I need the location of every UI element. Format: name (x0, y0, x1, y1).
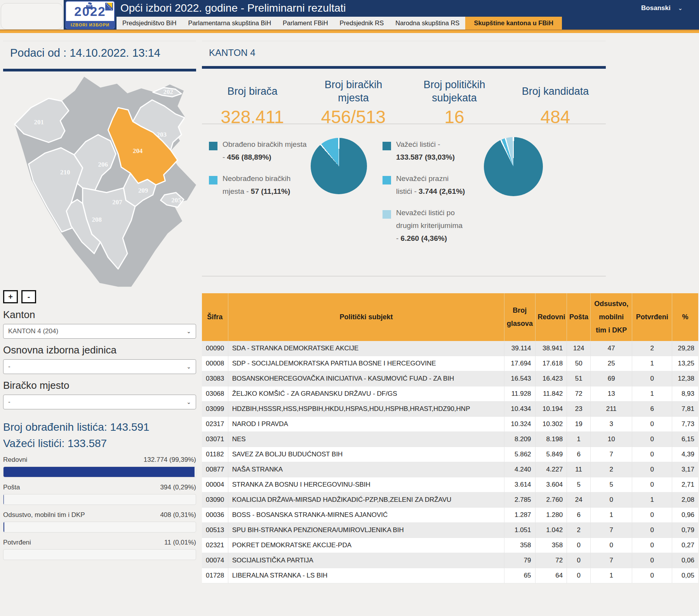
table-row-4: 03099HDZBIH,HSSSR,HSS,HSPBIH,HKDU,HSPAS,… (202, 401, 698, 416)
cell-13-7: 0,27 (672, 538, 698, 553)
tab-0[interactable]: Predsjedništvo BiH (116, 17, 182, 30)
bar-label: Pošta (3, 484, 20, 491)
cell-3-2: 11.928 (504, 386, 535, 401)
table-row-14: 00074SOCIJALISTIČKA PARTIJA79720700,06 (202, 553, 698, 568)
cell-12-0: 00513 (202, 522, 228, 538)
chevron-down-icon: ⌄ (186, 399, 191, 405)
filter-label-0: Kanton (3, 309, 196, 321)
tab-3[interactable]: Predsjednik RS (334, 17, 390, 30)
cell-2-3: 16.423 (535, 371, 567, 386)
map-label-209: 209 (138, 187, 148, 194)
map-zoom-in-button[interactable]: + (3, 290, 18, 303)
table-row-2: 03083BOSANSKOHERCEGOVAČKA INICIJATIVA - … (202, 371, 698, 386)
cell-0-7: 29,28 (672, 341, 698, 356)
cell-8-1: NAŠA STRANKA (228, 462, 504, 477)
cell-3-4: 72 (567, 386, 591, 401)
language-label: Bosanski (641, 4, 671, 12)
cell-11-1: BOSS - BOSANSKA STRANKA-MIRNES AJANOVIĆ (228, 507, 504, 522)
legend-text: Nevažeći listići po drugim kriterijumima… (396, 206, 466, 245)
table-row-9: 00004STRANKA ZA BOSNU I HERCEGOVINU-SBIH… (202, 477, 698, 492)
legend-text: Nevažeći prazni listići - 3.744 (2,61%) (396, 172, 466, 198)
legend-value: 456 (88,89%) (227, 153, 271, 161)
cell-4-4: 23 (567, 401, 591, 416)
cell-4-1: HDZBIH,HSSSR,HSS,HSPBIH,HKDU,HSPAS,HDU,H… (228, 401, 504, 416)
bar-fill (3, 494, 4, 505)
bih-flag-icon (105, 3, 113, 10)
legend-item-1-2: Nevažeći listići po drugim kriterijumima… (383, 206, 466, 245)
cell-7-7: 4,39 (672, 447, 698, 462)
cell-4-0: 03099 (202, 401, 228, 416)
cell-6-0: 03071 (202, 432, 228, 447)
cell-0-6: 2 (632, 341, 672, 356)
map-zoom-out-button[interactable]: - (21, 290, 36, 303)
cell-7-5: 7 (591, 447, 632, 462)
tab-2[interactable]: Parlament FBiH (277, 17, 334, 30)
bar-row-3: Potvrđeni11 (0,01%) (3, 539, 196, 560)
cell-7-4: 6 (567, 447, 591, 462)
stat-value: 484 (541, 106, 570, 127)
cell-15-2: 65 (504, 568, 535, 583)
tab-4[interactable]: Narodna skupština RS (389, 17, 465, 30)
filter-select-2[interactable]: -⌄ (3, 395, 196, 409)
language-selector[interactable]: Bosanski ⌄ (641, 4, 683, 12)
cell-15-5: 1 (591, 568, 632, 583)
cell-15-0: 01728 (202, 568, 228, 583)
cell-3-1: ŽELJKO KOMŠIĆ - ZA GRAĐANSKU DRŽAVU - DF… (228, 386, 504, 401)
tab-1[interactable]: Parlamentarna skupština BiH (182, 17, 277, 30)
cell-1-3: 17.618 (535, 356, 567, 371)
cell-2-7: 12,38 (672, 371, 698, 386)
orange-divider (0, 30, 699, 33)
filter-select-0[interactable]: KANTON 4 (204)⌄ (3, 324, 196, 339)
cell-8-4: 11 (567, 462, 591, 477)
bar-track (3, 466, 196, 477)
bar-label: Redovni (3, 456, 27, 464)
stat-value: 328.411 (221, 106, 284, 127)
cell-11-0: 00036 (202, 507, 228, 522)
pie2-ballot-validity (484, 137, 543, 196)
cell-14-4: 0 (567, 553, 591, 568)
bar-label: Potvrđeni (3, 539, 31, 546)
stat-3: Broj kandidata484 (505, 74, 606, 124)
summary-line-0: Broj obrađenih listića: 143.591 (3, 421, 196, 433)
cell-9-3: 3.604 (535, 477, 567, 492)
bar-track (3, 522, 196, 532)
cell-9-0: 00004 (202, 477, 228, 492)
bar-value: 132.774 (99,39%) (144, 456, 196, 464)
page-title: Opći izbori 2022. godine - Preliminarni … (120, 2, 346, 14)
cell-7-0: 01182 (202, 447, 228, 462)
tab-5[interactable]: Skupštine kantona u FBiH (465, 17, 562, 30)
filter-select-1[interactable]: -⌄ (3, 359, 196, 374)
cell-14-0: 00074 (202, 553, 228, 568)
table-row-15: 01728LIBERALNA STRANKA - LS BIH65640100,… (202, 568, 698, 583)
cell-13-3: 358 (535, 538, 567, 553)
col-header-3: Redovni (535, 293, 567, 341)
cell-13-1: POKRET DEMOKRATSKE AKCIJE-PDA (228, 538, 504, 553)
cell-6-6: 0 (632, 432, 672, 447)
cell-6-3: 8.198 (535, 432, 567, 447)
cell-10-3: 2.760 (535, 492, 567, 507)
stat-label: Broj birača (227, 78, 277, 106)
legend-value: 57 (11,11%) (251, 187, 290, 195)
bar-value: 11 (0,01%) (164, 539, 196, 546)
stat-value: 16 (444, 106, 464, 127)
map-zoom-controls: + - (3, 290, 196, 303)
nav-tabs: Predsjedništvo BiHParlamentarna skupštin… (116, 17, 562, 30)
map-label-201: 201 (34, 118, 44, 126)
legend-swatch (209, 142, 217, 150)
cell-11-7: 0,96 (672, 507, 698, 522)
cell-14-7: 0,06 (672, 553, 698, 568)
legend-item-0-0: Obrađeno biračkih mjesta - 456 (88,89%) (209, 138, 311, 164)
stat-label: Broj političkih subjekata (410, 78, 499, 106)
cell-11-2: 1.287 (504, 507, 535, 522)
cell-0-1: SDA - STRANKA DEMOKRATSKE AKCIJE (228, 341, 504, 356)
charts-box: Obrađeno biračkih mjesta - 456 (88,89%)N… (202, 134, 606, 277)
cell-5-5: 3 (591, 416, 632, 432)
map-label-204: 204 (133, 147, 143, 155)
legend-swatch (383, 142, 391, 150)
cell-14-1: SOCIJALISTIČKA PARTIJA (228, 553, 504, 568)
stat-2: Broj političkih subjekata16 (404, 74, 505, 124)
map-label-208: 208 (92, 216, 102, 223)
cell-5-6: 0 (632, 416, 672, 432)
cell-14-2: 79 (504, 553, 535, 568)
cell-8-2: 4.240 (504, 462, 535, 477)
